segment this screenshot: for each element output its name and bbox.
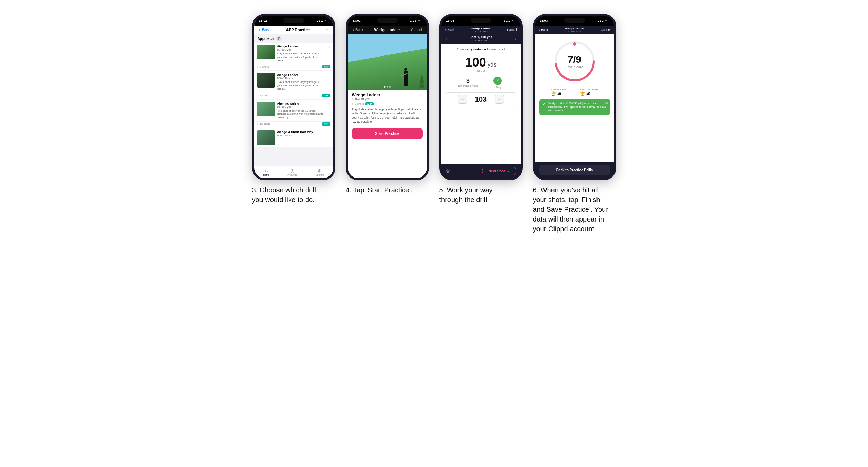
approach-badge: 7 bbox=[276, 36, 282, 41]
favorite-icon-1[interactable]: ☆ bbox=[327, 45, 330, 49]
app-badge-3: APP bbox=[322, 122, 330, 126]
list-item[interactable]: Wedge & Short Iron Play 100–140 yds ☆ bbox=[254, 128, 333, 147]
favorite-icon-card[interactable]: ☆ bbox=[420, 93, 423, 96]
notch-pill-1 bbox=[283, 18, 304, 23]
back-to-drills-button[interactable]: Back to Practice Drills bbox=[539, 165, 610, 175]
cancel-button-4[interactable]: Cancel bbox=[601, 28, 610, 32]
back-button-4[interactable]: < Back bbox=[539, 28, 548, 32]
last-month-pb: Last month PB 🏆 -/9 bbox=[580, 88, 598, 96]
app-badge-1: APP bbox=[322, 65, 330, 68]
drill-yardage-2: 100–140 yds bbox=[277, 77, 325, 80]
signal-icon-2: ▲▲▲ bbox=[410, 20, 417, 22]
list-item[interactable]: Wedge Ladder 100–140 yds Play 1 shot at … bbox=[254, 71, 333, 99]
app-badge-card: APP bbox=[365, 102, 373, 105]
target-yds: 100 bbox=[465, 55, 486, 69]
drill-yardage-4: 100–140 yds bbox=[277, 134, 325, 137]
drill-yardage-3: 55–100 yds bbox=[277, 105, 325, 109]
cancel-button-3[interactable]: Cancel bbox=[507, 28, 517, 32]
next-shot-button[interactable]: Next Shot → bbox=[482, 167, 516, 175]
phone-1-status-icons: ▲▲▲ ≋ ▪ bbox=[316, 19, 328, 22]
drill-info-3: Pitching String 55–100 yds Hit 1 shot at… bbox=[277, 102, 325, 119]
list-item[interactable]: Pitching String 55–100 yds Hit 1 shot at… bbox=[254, 100, 333, 128]
drill-desc-2: Play 1 shot at each target yardage. If y… bbox=[277, 80, 325, 90]
nav-subtitle-3: 06 Mar 2023 bbox=[471, 30, 490, 33]
shot-label: Shot 1, 100 yds bbox=[470, 35, 492, 39]
drill-thumb-4 bbox=[257, 130, 275, 145]
phone-1-notch: 13:02 ▲▲▲ ≋ ▪ bbox=[254, 16, 333, 26]
approach-text: Approach bbox=[258, 37, 274, 41]
difference-val: 3 bbox=[458, 78, 478, 84]
pb-row: Previous PB 🏆 -/9 Last month PB 🏆 -/9 bbox=[539, 88, 610, 96]
phone-2-status-icons: ▲▲▲ ≋ ▪ bbox=[410, 19, 422, 22]
drill-list: Wedge Ladder 50–100 yds Play 1 shot at e… bbox=[254, 43, 333, 148]
phone-2-frame: 13:02 ▲▲▲ ≋ ▪ < Back Wedge Ladder Cancel bbox=[346, 14, 429, 180]
drill-desc-3: Hit 1 shot at each of the 10 target dist… bbox=[277, 109, 325, 119]
distance-input[interactable]: 103 bbox=[471, 95, 491, 103]
phone-4-column: 13:03 ▲▲▲ ≋ ▪ < Back Wedge Ladder 06 Mar… bbox=[533, 14, 616, 234]
shot-nav: ← Shot 1, 100 yds Score 5/9 → bbox=[441, 34, 521, 44]
nav-activities[interactable]: ◎ Activities bbox=[288, 168, 298, 176]
drill-thumb-3 bbox=[257, 102, 275, 116]
close-icon[interactable]: ✕ bbox=[605, 101, 608, 105]
phone-2-screen: 13:02 ▲▲▲ ≋ ▪ < Back Wedge Ladder Cancel bbox=[348, 16, 427, 178]
cancel-button-2[interactable]: Cancel bbox=[411, 28, 422, 32]
phone-2-body: Wedge Ladder 100–140 yds ☆ ○ 9 shots APP… bbox=[348, 90, 427, 178]
favorite-icon-2[interactable]: ☆ bbox=[327, 73, 330, 77]
phone-4-nav: < Back Wedge Ladder 06 Mar 2023 Cancel bbox=[535, 26, 614, 34]
notch-pill-2 bbox=[377, 18, 398, 23]
golf-field-bg bbox=[348, 34, 427, 90]
phones-row: 13:02 ▲▲▲ ≋ ▪ < Back APP Practice ≡ Appr… bbox=[252, 14, 616, 234]
favorite-icon-4[interactable]: ☆ bbox=[327, 130, 330, 134]
phone-1-time: 13:02 bbox=[259, 19, 267, 23]
arrow-right-icon: → bbox=[506, 169, 510, 173]
golf-image bbox=[348, 34, 427, 90]
battery-icon-4: ▪ bbox=[608, 20, 609, 22]
increment-button[interactable]: + bbox=[495, 95, 504, 104]
phone-1-column: 13:02 ▲▲▲ ≋ ▪ < Back APP Practice ≡ Appr… bbox=[252, 14, 335, 205]
nav-menu-1[interactable]: ≡ bbox=[326, 28, 328, 32]
score-sub: Total Score bbox=[566, 65, 583, 69]
back-button-3[interactable]: < Back bbox=[445, 28, 455, 32]
home-icon: ⌂ bbox=[265, 168, 268, 173]
phone-1-screen: 13:02 ▲▲▲ ≋ ▪ < Back APP Practice ≡ Appr… bbox=[254, 16, 333, 178]
decrement-button[interactable]: − bbox=[458, 95, 467, 104]
drill-card-shots: ○ 9 shots APP bbox=[352, 102, 423, 105]
dot-3 bbox=[389, 86, 391, 88]
wifi-icon-4: ≋ bbox=[605, 19, 607, 22]
phone-3-column: 13:03 ▲▲▲ ≋ ▪ < Back Wedge Ladder 06 Mar… bbox=[439, 14, 523, 205]
drill-name-2: Wedge Ladder bbox=[277, 73, 325, 77]
phone-4-notch: 13:03 ▲▲▲ ≋ ▪ bbox=[535, 16, 614, 26]
previous-pb-val: 🏆 -/9 bbox=[551, 91, 566, 96]
drill-info-1: Wedge Ladder 50–100 yds Play 1 shot at e… bbox=[277, 45, 325, 62]
next-shot-arrow[interactable]: → bbox=[512, 36, 517, 42]
start-practice-button[interactable]: Start Practice bbox=[352, 128, 423, 139]
bottom-nav-1: ⌂ Home ◎ Activities ⊕ Capture bbox=[254, 166, 333, 178]
score-main: 7/9 bbox=[566, 54, 583, 65]
nav-center-4: Wedge Ladder 06 Mar 2023 bbox=[565, 27, 584, 33]
drill-card-header: Wedge Ladder 100–140 yds ☆ bbox=[352, 93, 423, 101]
signal-icon-3: ▲▲▲ bbox=[503, 20, 510, 22]
hit-target-label: Hit Target bbox=[492, 86, 504, 89]
drill-card-yds: 100–140 yds bbox=[352, 97, 380, 101]
delete-icon[interactable]: 🗑 bbox=[446, 168, 450, 174]
back-button-2[interactable]: < Back bbox=[353, 28, 363, 32]
capture-icon: ⊕ bbox=[318, 168, 322, 173]
caption-2: 4. Tap 'Start Practice'. bbox=[346, 185, 413, 195]
back-button-1[interactable]: < Back bbox=[259, 28, 270, 32]
nav-capture[interactable]: ⊕ Capture bbox=[315, 168, 324, 176]
phone-4-bottom: Back to Practice Drills bbox=[535, 162, 614, 178]
prev-shot-arrow[interactable]: ← bbox=[445, 36, 450, 42]
target-unit: yds bbox=[488, 62, 496, 68]
clock-icon-3: ○ bbox=[257, 122, 259, 126]
list-item[interactable]: Wedge Ladder 50–100 yds Play 1 shot at e… bbox=[254, 43, 333, 70]
previous-pb-label: Previous PB bbox=[551, 88, 566, 91]
nav-home[interactable]: ⌂ Home bbox=[263, 168, 270, 176]
phone-4-status-icons: ▲▲▲ ≋ ▪ bbox=[597, 19, 609, 22]
signal-icon-4: ▲▲▲ bbox=[597, 20, 604, 22]
caption-1: 3. Choose which drill you would like to … bbox=[252, 185, 328, 205]
check-icon: ✓ bbox=[543, 102, 546, 106]
phone-2-notch: 13:02 ▲▲▲ ≋ ▪ bbox=[348, 16, 427, 26]
phone-3-status-icons: ▲▲▲ ≋ ▪ bbox=[503, 19, 515, 22]
svg-point-2 bbox=[573, 42, 576, 46]
favorite-icon-3[interactable]: ☆ bbox=[327, 102, 330, 106]
